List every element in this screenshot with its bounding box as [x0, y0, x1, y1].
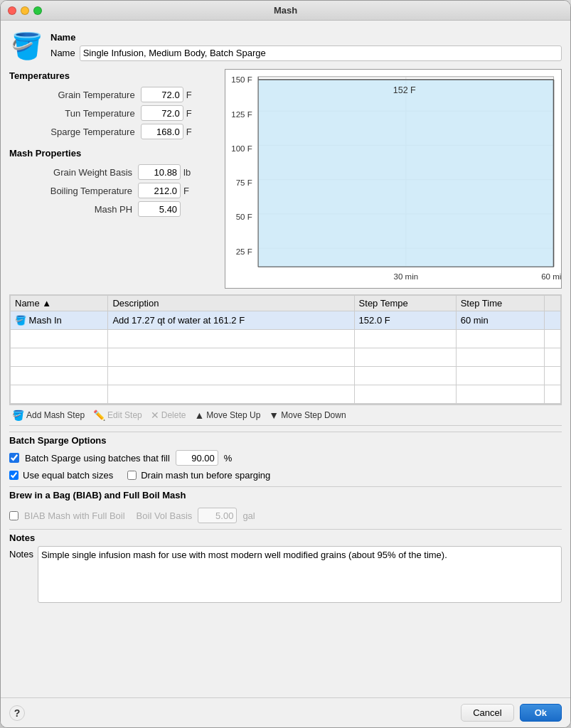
edit-step-button[interactable]: ✏️ Edit Step: [93, 410, 142, 421]
sparge-temp-row: Sparge Temperature F: [9, 122, 219, 141]
grain-weight-input[interactable]: [138, 164, 181, 180]
grain-temp-label: Grain Temperature: [9, 85, 138, 104]
equal-sizes-checkbox[interactable]: [9, 471, 18, 480]
col-extra: [545, 296, 561, 311]
name-field-label: Name: [50, 48, 75, 58]
sparge-temp-input[interactable]: [141, 124, 183, 139]
delete-icon: ✕: [151, 410, 159, 421]
empty-row-4: [11, 385, 561, 404]
mash-ph-row: Mash PH: [9, 200, 219, 218]
mash-icon: 🪣: [9, 29, 43, 63]
minimize-button[interactable]: [21, 6, 29, 15]
col-step-time: Step Time: [456, 296, 545, 311]
drain-opt: Drain mash tun before sparging: [127, 470, 270, 481]
batch-sparge-header: Batch Sparge Options: [9, 432, 562, 446]
grain-weight-row: Grain Weight Basis lb: [9, 163, 219, 181]
table-row[interactable]: 🪣 Mash In Add 17.27 qt of water at 161.2…: [11, 311, 561, 330]
mash-steps-table: Name ▲ Description Step Tempe Step Time …: [10, 295, 561, 404]
footer-buttons: Cancel Ok: [461, 704, 562, 722]
tun-temp-label: Tun Temperature: [9, 104, 138, 122]
cancel-button[interactable]: Cancel: [461, 704, 513, 722]
middle-section: Temperatures Grain Temperature F: [9, 69, 562, 289]
move-up-button[interactable]: ▲ Move Step Up: [194, 410, 260, 421]
drain-label: Drain mash tun before sparging: [141, 470, 270, 481]
mash-ph-input[interactable]: [138, 201, 181, 217]
svg-text:75 F: 75 F: [236, 178, 252, 187]
help-button[interactable]: ?: [9, 705, 25, 721]
grain-temp-unit: F: [186, 90, 192, 100]
biab-boil-vol-input[interactable]: [198, 508, 237, 523]
chart-svg: 150 F 125 F 100 F 75 F 50 F 25 F: [225, 70, 561, 288]
move-down-button[interactable]: ▼ Move Step Down: [269, 410, 346, 421]
grain-temp-row: Grain Temperature F: [9, 85, 219, 104]
equal-sizes-label: Use equal batch sizes: [23, 470, 113, 481]
ok-button[interactable]: Ok: [520, 704, 562, 722]
col-name: Name ▲: [11, 296, 108, 311]
window-controls: [8, 6, 42, 15]
add-step-label: Add Mash Step: [26, 410, 85, 420]
svg-text:25 F: 25 F: [236, 247, 252, 256]
move-up-icon: ▲: [194, 410, 204, 421]
svg-text:60 min: 60 min: [541, 272, 561, 281]
step-toolbar: 🪣 Add Mash Step ✏️ Edit Step ✕ Delete ▲ …: [9, 405, 562, 426]
content-area: 🪣 Name Name Temperatures Grain Temperatu…: [1, 21, 570, 697]
notes-textarea[interactable]: Simple single infusion mash for use with…: [38, 546, 562, 603]
temperatures-table: Grain Temperature F Tun Temperature: [9, 85, 219, 141]
empty-row-1: [11, 330, 561, 348]
row-step-time: 60 min: [456, 311, 545, 330]
boil-vol-label: Boil Vol Basis: [137, 510, 193, 521]
tun-temp-input-row: F: [141, 105, 216, 121]
main-window: Mash 🪣 Name Name Temperatures: [0, 0, 571, 728]
drain-checkbox[interactable]: [127, 471, 137, 480]
grain-temp-input[interactable]: [141, 87, 183, 102]
row-description: Add 17.27 qt of water at 161.2 F: [108, 311, 354, 330]
delete-button[interactable]: ✕ Delete: [151, 410, 186, 421]
step-icon: 🪣: [15, 315, 26, 326]
mash-properties-table: Grain Weight Basis lb Boiling Temperatur…: [9, 163, 219, 218]
name-fields: Name Name: [50, 32, 562, 61]
svg-text:100 F: 100 F: [231, 144, 252, 153]
svg-text:125 F: 125 F: [231, 110, 252, 119]
grain-temp-input-row: F: [141, 87, 216, 102]
close-button[interactable]: [8, 6, 16, 15]
sparge-temp-input-row: F: [141, 124, 216, 139]
biab-row: BIAB Mash with Full Boil Boil Vol Basis …: [9, 505, 562, 523]
move-down-label: Move Step Down: [281, 410, 346, 420]
tun-temp-input[interactable]: [141, 105, 183, 121]
batch-sparge-section: Batch Sparge Options Batch Sparge using …: [9, 432, 562, 481]
boiling-temp-label: Boiling Temperature: [9, 181, 135, 200]
name-section: 🪣 Name Name: [9, 29, 562, 63]
batch-sparge-value-input[interactable]: [176, 450, 218, 466]
move-up-label: Move Step Up: [206, 410, 260, 420]
sparge-temp-unit: F: [186, 127, 192, 137]
row-name: 🪣 Mash In: [11, 311, 108, 330]
add-step-button[interactable]: 🪣 Add Mash Step: [12, 410, 85, 421]
boiling-temp-input-row: F: [138, 183, 216, 198]
batch-sparge-unit: %: [224, 453, 233, 464]
notes-header: Notes: [9, 529, 562, 543]
svg-rect-16: [258, 80, 553, 267]
svg-text:30 min: 30 min: [394, 272, 419, 281]
empty-row-3: [11, 367, 561, 385]
notes-label: Notes: [9, 546, 33, 560]
biab-checkbox[interactable]: [9, 511, 18, 520]
maximize-button[interactable]: [33, 6, 42, 15]
boiling-temp-row: Boiling Temperature F: [9, 181, 219, 200]
titlebar: Mash: [1, 1, 570, 21]
name-row: Name: [50, 46, 562, 61]
tun-temp-row: Tun Temperature F: [9, 104, 219, 122]
row-step-temp: 152.0 F: [354, 311, 456, 330]
batch-sparge-label: Batch Sparge using batches that fill: [25, 453, 170, 464]
mash-ph-input-row: [138, 201, 216, 217]
left-panel: Temperatures Grain Temperature F: [9, 69, 219, 289]
add-step-icon: 🪣: [12, 410, 24, 421]
delete-label: Delete: [161, 410, 186, 420]
batch-sparge-checkbox[interactable]: [9, 453, 19, 463]
biab-section: Brew in a Bag (BIAB) and Full Boil Mash …: [9, 486, 562, 523]
grain-weight-label: Grain Weight Basis: [9, 163, 135, 181]
boiling-temp-input[interactable]: [138, 183, 181, 198]
option-row2: Use equal batch sizes Drain mash tun bef…: [9, 470, 562, 481]
name-input[interactable]: [80, 46, 562, 61]
sparge-temp-label: Sparge Temperature: [9, 122, 138, 141]
biab-header: Brew in a Bag (BIAB) and Full Boil Mash: [9, 486, 562, 500]
